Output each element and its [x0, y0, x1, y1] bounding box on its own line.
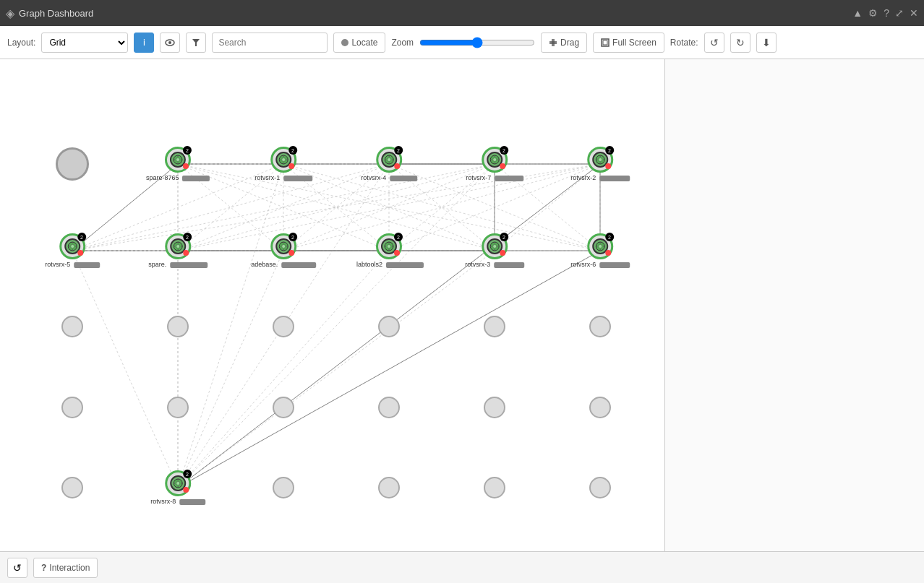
node-badge: 2: [77, 233, 86, 241]
node-status-red: [605, 163, 611, 169]
node-label: spare-8765: [146, 174, 210, 181]
rotate-ccw-button[interactable]: ↺: [704, 33, 724, 53]
node-circle[interactable]: 2: [482, 233, 508, 259]
node-circle[interactable]: 2: [587, 147, 613, 173]
graph-node[interactable]: [167, 316, 189, 337]
graph-node[interactable]: [589, 477, 611, 498]
close-btn[interactable]: ✕: [910, 7, 918, 19]
expand-btn[interactable]: ⤢: [895, 7, 904, 19]
node-label: rotvsrx-4: [361, 174, 417, 181]
graph-node[interactable]: [484, 397, 505, 418]
graph-node[interactable]: 2 rotvsrx-4: [361, 147, 417, 181]
node-circle[interactable]: 2: [587, 233, 613, 259]
node-circle[interactable]: 2: [270, 147, 296, 173]
locate-button[interactable]: Locate: [333, 33, 385, 53]
help-btn[interactable]: ?: [884, 7, 889, 19]
node-badge: 2: [500, 233, 508, 241]
footer: ↺ ? Interaction: [0, 551, 924, 583]
svg-line-63: [178, 251, 495, 488]
node-label: rotvsrx-8: [150, 498, 205, 505]
graph-node[interactable]: [378, 316, 400, 337]
graph-node[interactable]: [378, 397, 400, 418]
graph-node[interactable]: 2 rotvsrx-7: [466, 147, 523, 181]
rotate-label: Rotate:: [670, 38, 698, 48]
graph-node[interactable]: [167, 397, 189, 418]
node-label: spare.: [148, 261, 208, 268]
node-status-red: [183, 163, 189, 169]
side-panel: [665, 59, 924, 551]
graph-node[interactable]: 2 rotvsrx-6: [570, 233, 630, 268]
svg-point-137: [599, 245, 602, 249]
graph-node[interactable]: 2 spare-8765: [146, 147, 210, 181]
graph-node[interactable]: [589, 316, 611, 337]
svg-line-13: [178, 164, 495, 251]
node-status-red: [288, 250, 294, 256]
info-button[interactable]: i: [134, 33, 154, 53]
graph-node[interactable]: 2 adebase.: [251, 233, 316, 268]
settings-btn[interactable]: ⚙: [868, 7, 878, 19]
zoom-slider[interactable]: [419, 37, 535, 48]
graph-node[interactable]: [61, 477, 83, 498]
node-status-red: [500, 250, 505, 256]
graph-node[interactable]: [273, 316, 294, 337]
node-circle[interactable]: 2: [59, 233, 85, 259]
collapse-btn[interactable]: ▲: [852, 7, 863, 19]
graph-node[interactable]: 2 rotvsrx-2: [570, 147, 630, 181]
node-label: rotvsrx-1: [254, 174, 312, 181]
graph-node[interactable]: [61, 397, 83, 418]
eye-button[interactable]: [160, 33, 180, 53]
main-content: 2 spare-8765 2: [0, 59, 924, 551]
node-circle[interactable]: 2: [165, 233, 191, 259]
rotate-cw-button[interactable]: ↻: [730, 33, 750, 53]
download-button[interactable]: ⬇: [756, 33, 777, 53]
graph-node[interactable]: 2 rotvsrx-1: [254, 147, 312, 181]
node-icon: [173, 155, 183, 165]
svg-point-95: [493, 158, 497, 162]
locate-label: Locate: [351, 38, 377, 48]
footer-refresh-button[interactable]: ↺: [7, 558, 27, 578]
node-circle[interactable]: 2: [376, 147, 402, 173]
graph-node[interactable]: 2 spare.: [148, 233, 208, 268]
svg-point-77: [176, 158, 180, 162]
svg-line-34: [178, 164, 495, 251]
drag-button[interactable]: Drag: [541, 33, 587, 53]
graph-node[interactable]: 2 rotvsrx-3: [465, 233, 524, 268]
node-status-red: [77, 250, 83, 256]
fullscreen-button[interactable]: Full Screen: [593, 33, 664, 53]
graph-node[interactable]: [61, 316, 83, 337]
graph-node[interactable]: [484, 316, 505, 337]
svg-point-143: [176, 482, 180, 485]
node-circle[interactable]: 2: [165, 147, 191, 173]
node-circle[interactable]: 2: [376, 233, 402, 259]
node-label: rotvsrx-6: [570, 261, 630, 268]
graph-node[interactable]: [56, 147, 89, 181]
node-icon: [67, 241, 77, 251]
graph-node[interactable]: [273, 397, 294, 418]
svg-line-59: [72, 251, 178, 488]
svg-line-57: [178, 164, 495, 488]
graph-node[interactable]: [484, 477, 505, 498]
titlebar: ◈ Graph Dashboard ▲ ⚙ ? ⤢ ✕: [0, 0, 924, 26]
svg-point-1: [168, 41, 171, 44]
graph-node[interactable]: [589, 397, 611, 418]
node-circle[interactable]: 2: [165, 470, 191, 496]
graph-node[interactable]: 2 labtools2: [356, 233, 422, 268]
graph-node[interactable]: 2 rotvsrx-5: [45, 233, 100, 268]
node-icon: [595, 155, 605, 165]
filter-button[interactable]: [186, 33, 206, 53]
node-circle[interactable]: 2: [482, 147, 508, 173]
app-title: Graph Dashboard: [19, 8, 848, 19]
graph-node[interactable]: [273, 477, 294, 498]
layout-select[interactable]: Grid Tree Circle Force: [41, 33, 128, 53]
graph-connections: [0, 59, 664, 551]
graph-node[interactable]: 2 rotvsrx-8: [150, 470, 205, 505]
node-circle[interactable]: 2: [270, 233, 296, 259]
graph-node[interactable]: [378, 477, 400, 498]
interaction-button[interactable]: ? Interaction: [33, 558, 98, 578]
node-badge: 2: [183, 233, 192, 241]
search-input[interactable]: [212, 33, 328, 53]
svg-point-89: [388, 158, 391, 162]
graph-panel[interactable]: 2 spare-8765 2: [0, 59, 665, 551]
node-icon: [595, 241, 605, 251]
svg-point-131: [493, 245, 497, 249]
